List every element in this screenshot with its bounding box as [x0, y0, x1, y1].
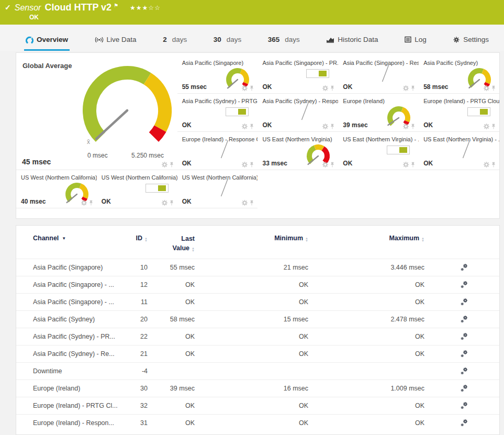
tile-value: OK — [343, 83, 352, 91]
tile-title: Asia Pacific (Sydney) - Respo... — [257, 94, 338, 104]
channel-tile[interactable]: Asia Pacific (Singapore) - Res...OK — [338, 55, 419, 94]
last-value-cell: OK — [148, 350, 195, 358]
last-value-cell: OK — [148, 419, 195, 427]
status-text: OK — [29, 14, 39, 21]
tab-live-data[interactable]: Live Data — [93, 32, 138, 51]
pin-icon[interactable] — [89, 200, 93, 206]
gear-icon[interactable] — [484, 162, 489, 168]
table-row: Asia Pacific (Sydney) - PR...22OKOKOK — [16, 328, 499, 345]
gear-icon[interactable] — [162, 162, 167, 168]
gear-icon[interactable] — [162, 200, 167, 206]
column-header-maximum[interactable]: Maximum▲▼ — [308, 235, 424, 242]
tab-log[interactable]: Log — [403, 32, 428, 51]
tile-title: US West (Northern California)... — [97, 170, 177, 181]
tile-value: OK — [343, 160, 352, 167]
gauge-scale-max: 5.250 msec — [131, 152, 164, 159]
log-icon — [405, 36, 411, 43]
gear-icon[interactable] — [403, 85, 409, 91]
tab-30-days[interactable]: 30days — [212, 32, 243, 51]
tab-2-days[interactable]: 2days — [161, 32, 188, 51]
column-header-channel[interactable]: Channel▼ — [33, 235, 119, 242]
column-header-minimum[interactable]: Minimum▲▼ — [195, 235, 308, 242]
edit-channel-icon[interactable] — [460, 401, 468, 410]
table-body: Asia Pacific (Singapore)1055 msec21 msec… — [16, 259, 499, 431]
gear-icon[interactable] — [484, 124, 489, 129]
gear-icon[interactable] — [403, 124, 409, 129]
gear-icon[interactable] — [242, 200, 248, 206]
gear-icon[interactable] — [322, 124, 328, 129]
pin-icon[interactable] — [330, 85, 334, 91]
pin-icon[interactable] — [330, 124, 334, 129]
tab-bar: Overview Live Data 2days 30days 365days … — [0, 25, 504, 51]
channel-tile[interactable]: Asia Pacific (Singapore)55 msec — [177, 55, 258, 94]
channel-tile[interactable]: Europe (Ireland) - Response C...OK — [177, 132, 258, 170]
status-switch — [387, 146, 410, 154]
pin-icon[interactable] — [411, 162, 415, 168]
global-average-gauge — [75, 62, 177, 151]
tab-365-days[interactable]: 365days — [266, 32, 301, 51]
tile-title: Europe (Ireland) - Response C... — [177, 132, 258, 142]
pin-icon[interactable] — [250, 162, 254, 168]
tab-settings[interactable]: Settings — [451, 32, 490, 51]
edit-channel-icon[interactable] — [460, 384, 468, 393]
table-row: Asia Pacific (Sydney)2058 msec15 msec2.4… — [16, 310, 499, 328]
edit-channel-icon[interactable] — [460, 315, 468, 324]
channel-tile[interactable]: US East (Northern Virginia)33 msec — [257, 132, 338, 170]
global-average-tile[interactable]: Global Averagex̄0 msec5.250 msec45 msec — [16, 55, 177, 170]
edit-channel-icon[interactable] — [460, 350, 468, 358]
edit-channel-icon[interactable] — [460, 419, 468, 427]
channel-tile[interactable]: Europe (Ireland)39 msec — [338, 94, 419, 132]
edit-channel-icon[interactable] — [460, 298, 468, 306]
pin-icon[interactable] — [250, 200, 254, 206]
gear-icon[interactable] — [322, 85, 328, 91]
last-value-cell: OK — [148, 298, 195, 306]
gear-icon[interactable] — [242, 124, 248, 129]
priority-stars[interactable]: ★★★☆☆ — [130, 4, 161, 12]
pin-icon[interactable] — [170, 200, 174, 206]
edit-channel-icon[interactable] — [460, 263, 468, 272]
edit-channel-icon[interactable] — [460, 367, 468, 375]
tile-title: Asia Pacific (Singapore) - Res... — [338, 55, 419, 66]
pin-icon[interactable] — [250, 124, 254, 129]
channel-cell: Downtime — [33, 367, 119, 375]
pin-icon[interactable] — [411, 85, 415, 91]
channel-cell: Asia Pacific (Singapore) - ... — [33, 298, 119, 306]
channel-tile[interactable]: Asia Pacific (Sydney) - PRTG ...OK — [177, 94, 258, 132]
pin-icon[interactable] — [411, 124, 415, 129]
tile-value: OK — [102, 198, 111, 205]
pin-icon[interactable] — [491, 124, 496, 129]
edit-channel-icon[interactable] — [460, 281, 468, 289]
channel-tile[interactable]: Asia Pacific (Singapore) - PR...OK — [257, 55, 338, 94]
gauge-icon — [26, 36, 33, 43]
edit-channel-icon[interactable] — [460, 332, 468, 341]
gear-icon[interactable] — [242, 85, 248, 91]
pin-icon[interactable] — [491, 85, 496, 91]
gear-icon[interactable] — [403, 162, 409, 168]
tile-value: 58 msec — [423, 83, 448, 91]
channel-tile[interactable]: US West (Northern California)...OK — [97, 170, 177, 208]
channel-tile[interactable]: Asia Pacific (Sydney) - Respo...OK — [257, 94, 338, 132]
pin-icon[interactable] — [170, 162, 174, 168]
pin-icon[interactable] — [330, 162, 334, 168]
channel-tile[interactable]: US West (Northern California)...OK — [177, 170, 258, 208]
gear-icon[interactable] — [322, 162, 328, 168]
channel-tile[interactable]: Europe (Ireland) - PRTG Cloud...OK — [419, 94, 499, 132]
gauge-grid: Global Averagex̄0 msec5.250 msec45 msecA… — [16, 55, 499, 208]
gear-icon[interactable] — [242, 162, 248, 168]
channel-tile[interactable]: US East (Northern Virginia) - ...OK — [419, 132, 499, 170]
tab-overview[interactable]: Overview — [24, 32, 70, 51]
channel-cell: Europe (Ireland) - Respon... — [33, 419, 119, 427]
id-cell: 32 — [119, 402, 148, 409]
pin-icon[interactable] — [491, 162, 496, 168]
flag-icon: ⚑ — [114, 3, 118, 8]
channel-tile[interactable]: US West (Northern California)40 msec — [16, 170, 97, 208]
column-header-id[interactable]: ID▲▼ — [119, 235, 148, 242]
tab-historic-data[interactable]: Historic Data — [324, 32, 379, 51]
gear-icon[interactable] — [484, 85, 489, 91]
column-header-last-value[interactable]: Last Value▲▼ — [148, 235, 195, 253]
pin-icon[interactable] — [250, 85, 254, 91]
channel-tile[interactable]: Asia Pacific (Sydney)58 msec — [419, 55, 499, 94]
channel-tile[interactable]: US East (Northern Virginia) - ...OK — [338, 132, 419, 170]
gear-icon[interactable] — [81, 200, 87, 206]
tile-value: OK — [182, 198, 192, 205]
